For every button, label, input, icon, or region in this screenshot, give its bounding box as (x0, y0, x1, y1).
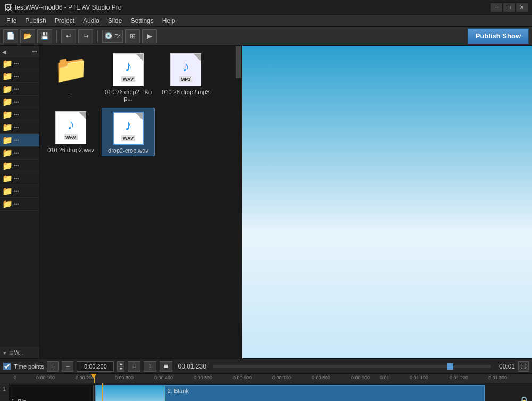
sidebar: ◀ ••• 📁••• 📁••• 📁••• 📁••• 📁••• 📁••• 📁•••… (0, 46, 40, 358)
file-browser-scrollbar[interactable] (235, 46, 242, 358)
file-label: 010 26 drop2 - Kop... (104, 89, 153, 102)
minimize-button[interactable]: ─ (491, 3, 502, 12)
sidebar-collapse-button[interactable]: ◀ (2, 49, 6, 55)
slide-1-thumb[interactable]: 1. Bla (9, 385, 94, 401)
file-item-wav1[interactable]: ♪ WAV 010 26 drop2 - Kop... (102, 50, 155, 104)
wav-badge: WAV (121, 135, 135, 141)
sidebar-item[interactable]: 📁••• (0, 121, 39, 134)
mp3-icon: ♪ MP3 (170, 52, 202, 87)
time-input[interactable] (77, 361, 114, 372)
file-label: drop2-crop.wav (108, 147, 148, 154)
sidebar-item[interactable]: 📁••• (0, 70, 39, 83)
timeline-tracks: 1 1. Bla 2. Blank 🔒 (0, 383, 532, 401)
folder-icon: 📁 (2, 173, 13, 183)
sidebar-item[interactable]: 📁••• (0, 147, 39, 160)
tracks-container: 1. Bla 2. Blank 🔒 drop2-crop.wav (9, 383, 532, 401)
slide-2-thumb[interactable]: 2. Blank (95, 385, 485, 401)
file-item-mp3[interactable]: ♪ MP3 010 26 drop2.mp3 (159, 50, 212, 104)
sidebar-item[interactable]: 📁••• (0, 108, 39, 121)
file-item-parent[interactable]: 📁 .. (44, 50, 97, 104)
ruler-tick: 0:01 (380, 375, 389, 380)
file-browser-scroll[interactable]: 📁 .. ♪ WAV 010 26 drop2 - Kop... ♪ (40, 46, 242, 358)
total-time-display: 00:01.230 (178, 363, 206, 370)
slide-2-label: 2. Blank (165, 386, 191, 396)
file-browser: 📁 .. ♪ WAV 010 26 drop2 - Kop... ♪ (40, 46, 242, 358)
ruler-tick: 0:00.100 (36, 375, 55, 380)
close-button[interactable]: ✕ (516, 3, 528, 12)
end-time-display: 00:01 (499, 363, 515, 370)
ruler-tick: 0:00.400 (154, 375, 173, 380)
window-title: testWAV--mod06 - PTE AV Studio Pro (15, 4, 122, 11)
sidebar-expand-icon[interactable]: ▼ ⊟ (2, 350, 13, 356)
sidebar-item-dots: ••• (14, 112, 19, 118)
slide-1-label: 1. Bla (9, 396, 28, 402)
time-spin-up[interactable]: ▲ (117, 361, 124, 366)
ruler-tick: 0:01.200 (450, 375, 468, 380)
ruler-tick: 0:01.100 (410, 375, 428, 380)
play-button[interactable]: ⏸ (144, 361, 156, 372)
music-note-icon: ♪ (182, 58, 189, 75)
music-note-icon: ♪ (124, 58, 132, 75)
view-button[interactable]: ⊞ (125, 29, 140, 43)
stop-button[interactable]: ⏹ (160, 361, 172, 372)
menu-project[interactable]: Project (51, 16, 79, 26)
maximize-button[interactable]: □ (503, 3, 515, 12)
publish-show-button[interactable]: Publish Show (468, 28, 529, 44)
undo-button[interactable]: ↩ (61, 29, 76, 43)
sidebar-item[interactable]: 📁••• (0, 96, 39, 108)
drive-selector[interactable]: 💽 D: (102, 30, 123, 43)
menu-file[interactable]: File (2, 16, 21, 26)
file-label: 010 26 drop2.mp3 (162, 89, 209, 95)
folder-icon: 📁 (2, 199, 13, 209)
scrollbar-thumb[interactable] (236, 46, 241, 78)
drive-label: D: (114, 33, 120, 39)
folder-icon: 📁 (2, 84, 13, 94)
menu-help[interactable]: Help (158, 16, 180, 26)
app-icon: 🖼 (4, 3, 12, 12)
file-item-wav2[interactable]: ♪ WAV 010 26 drop2.wav (44, 108, 97, 156)
file-item-wav3-selected[interactable]: ♪ WAV drop2-crop.wav (102, 108, 155, 156)
toolbar: 📄 📂 💾 ↩ ↪ 💽 D: ⊞ ▶ Publish Show (0, 27, 532, 46)
drive-icon: 💽 (105, 32, 112, 39)
fullscreen-button[interactable]: ⛶ (518, 361, 529, 372)
menu-audio[interactable]: Audio (79, 16, 104, 26)
sidebar-item[interactable]: 📁••• (0, 172, 39, 185)
mp3-badge: MP3 (179, 76, 193, 82)
sidebar-item[interactable]: 📁••• (0, 83, 39, 96)
redo-button[interactable]: ↪ (78, 29, 93, 43)
wav-icon2: ♪ WAV (55, 110, 87, 145)
sidebar-item-dots: ••• (14, 163, 19, 169)
save-button[interactable]: 💾 (37, 29, 52, 43)
open-button[interactable]: 📂 (20, 29, 35, 43)
remove-time-point-button[interactable]: − (62, 361, 73, 372)
sidebar-drive-label: W... (14, 350, 23, 356)
folder-icon: 📁 (2, 122, 13, 132)
sidebar-items: 📁••• 📁••• 📁••• 📁••• 📁••• 📁••• 📁••• 📁••• … (0, 57, 39, 347)
sidebar-item-dots: ••• (14, 87, 19, 92)
time-spin-down[interactable]: ▼ (117, 366, 124, 372)
scrubber-handle[interactable] (447, 363, 453, 370)
timeline-scrubber[interactable] (213, 365, 491, 368)
preview-panel (242, 46, 532, 358)
track-row-slides: 1. Bla 2. Blank 🔒 (9, 383, 532, 401)
ruler-playhead-triangle (90, 374, 97, 378)
music-note-icon: ♪ (67, 116, 74, 133)
sidebar-item[interactable]: 📁••• (0, 160, 39, 172)
new-button[interactable]: 📄 (3, 29, 18, 43)
sidebar-item-selected[interactable]: 📁••• (0, 134, 39, 147)
sidebar-item[interactable]: 📁••• (0, 185, 39, 198)
menu-slide[interactable]: Slide (104, 16, 127, 26)
nav-button[interactable]: ▶ (142, 29, 157, 43)
timeline-menu-button[interactable]: ≡ (128, 361, 140, 372)
sidebar-item-dots: ••• (14, 61, 19, 66)
ruler-tick: 0:00.900 (351, 375, 370, 380)
ruler-tick: 0:00.600 (233, 375, 252, 380)
sidebar-item-dots: ••• (14, 189, 19, 194)
menu-settings[interactable]: Settings (126, 16, 157, 26)
add-time-point-button[interactable]: + (47, 361, 59, 372)
sidebar-item[interactable]: 📁••• (0, 198, 39, 211)
time-points-checkbox[interactable] (3, 363, 11, 370)
file-label: 010 26 drop2.wav (47, 147, 94, 153)
menu-publish[interactable]: Publish (21, 16, 50, 26)
sidebar-item[interactable]: 📁••• (0, 57, 39, 70)
